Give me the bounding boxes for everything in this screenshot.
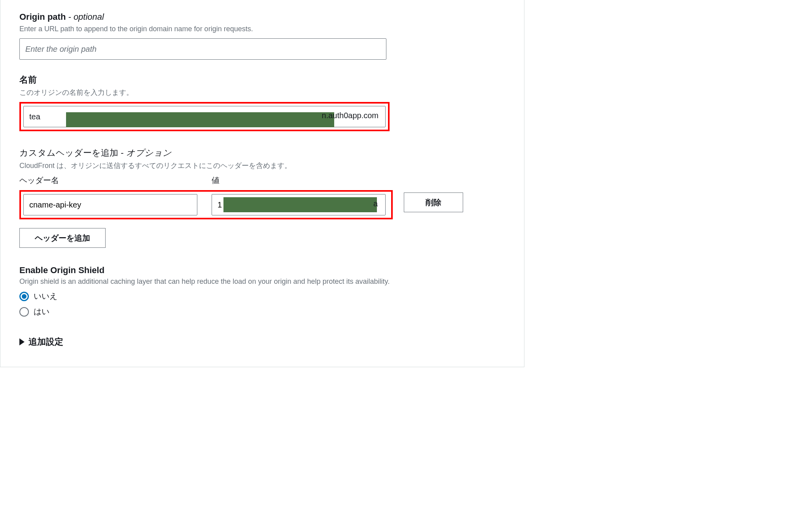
custom-header-label: カスタムヘッダーを追加 - オプション bbox=[19, 148, 172, 158]
radio-icon[interactable] bbox=[19, 292, 29, 301]
caret-right-icon bbox=[19, 338, 25, 345]
add-header-button[interactable]: ヘッダーを追加 bbox=[19, 228, 106, 248]
origin-name-field: 名前 このオリジンの名前を入力します。 n.auth0app.com bbox=[19, 74, 505, 131]
custom-header-section: カスタムヘッダーを追加 - オプション CloudFront は、オリジンに送信… bbox=[19, 147, 505, 248]
header-name-input[interactable] bbox=[23, 194, 197, 215]
origin-shield-no-row[interactable]: いいえ bbox=[19, 291, 505, 302]
radio-icon[interactable] bbox=[19, 307, 29, 317]
custom-header-desc: CloudFront は、オリジンに送信するすべてのリクエストにこのヘッダーを含… bbox=[19, 160, 505, 171]
origin-shield-label: Enable Origin Shield bbox=[19, 265, 505, 275]
origin-path-desc: Enter a URL path to append to the origin… bbox=[19, 24, 505, 34]
origin-name-input[interactable] bbox=[23, 106, 386, 127]
origin-shield-section: Enable Origin Shield Origin shield is an… bbox=[19, 265, 505, 317]
origin-path-input[interactable] bbox=[19, 38, 386, 60]
origin-shield-yes-row[interactable]: はい bbox=[19, 306, 505, 317]
header-value-col-label: 値 bbox=[212, 175, 220, 186]
custom-header-row-highlight: a bbox=[19, 190, 393, 219]
origin-name-highlight: n.auth0app.com bbox=[19, 102, 390, 131]
origin-shield-yes-label: はい bbox=[34, 306, 49, 317]
advanced-settings-label: 追加設定 bbox=[28, 336, 63, 348]
origin-path-field: Origin path - optional Enter a URL path … bbox=[19, 12, 505, 60]
delete-header-button[interactable]: 削除 bbox=[404, 192, 463, 212]
origin-name-label: 名前 bbox=[19, 75, 37, 85]
header-name-col-label: ヘッダー名 bbox=[19, 175, 59, 186]
origin-settings-panel: Origin path - optional Enter a URL path … bbox=[0, 0, 524, 367]
origin-shield-no-label: いいえ bbox=[34, 291, 57, 302]
origin-path-label: Origin path - optional bbox=[19, 12, 104, 22]
origin-shield-desc: Origin shield is an additional caching l… bbox=[19, 276, 505, 287]
header-value-input[interactable] bbox=[212, 194, 386, 215]
advanced-settings-toggle[interactable]: 追加設定 bbox=[19, 336, 505, 348]
origin-name-desc: このオリジンの名前を入力します。 bbox=[19, 87, 505, 98]
